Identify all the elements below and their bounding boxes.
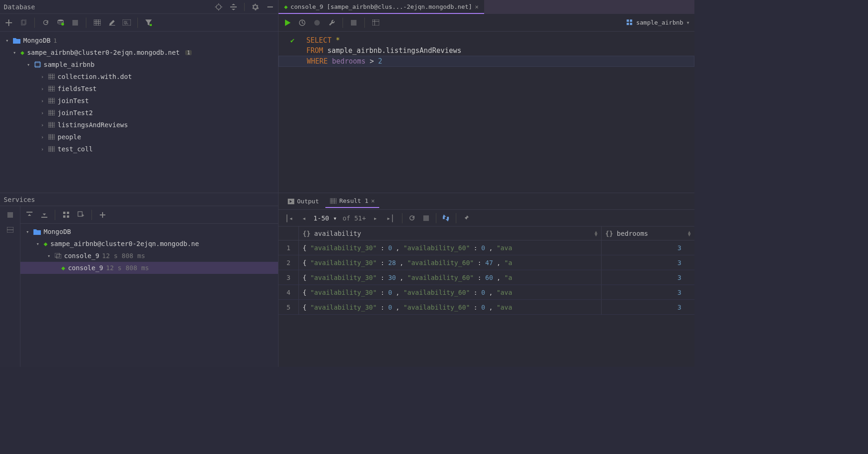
wrench-icon[interactable]	[328, 19, 336, 27]
close-icon[interactable]: ✕	[475, 3, 479, 10]
tree-label: MongoDB	[44, 228, 71, 235]
cell-availability[interactable]: {"availability_30": 0, "availability_60"…	[299, 300, 602, 314]
settings-icon[interactable]	[251, 3, 259, 11]
sort-icon[interactable]: ▲▼	[595, 231, 597, 236]
grid-icon[interactable]	[62, 211, 70, 219]
editor-panel: ◆ console_9 [sampe_airbnb@clus...-2ejqn.…	[279, 0, 694, 193]
rollback-icon[interactable]	[313, 19, 321, 27]
run-icon[interactable]	[283, 19, 291, 27]
table-row[interactable]: 4{"availability_30": 0, "availability_60…	[279, 285, 694, 300]
first-page-icon[interactable]: ⎮◂	[283, 214, 295, 222]
svg-rect-67	[630, 19, 632, 22]
filter-stack-icon[interactable]	[56, 19, 65, 27]
sort-icon[interactable]: ▲▼	[688, 231, 691, 236]
reload-icon[interactable]	[408, 214, 416, 222]
cell-availability[interactable]: {"availability_30": 28, "availability_60…	[299, 255, 602, 270]
table-row[interactable]: 2{"availability_30": 28, "availability_6…	[279, 255, 694, 270]
table-view-icon[interactable]	[93, 19, 101, 27]
tree-root-mongodb[interactable]: ▾ MongoDB 1	[0, 34, 278, 46]
services-console-group[interactable]: ▾ console_9 12 s 808 ms	[20, 250, 278, 262]
tab-result[interactable]: Result 1 ✕	[325, 195, 379, 208]
table-row[interactable]: 1{"availability_30": 0, "availability_60…	[279, 240, 694, 255]
collapse-icon[interactable]	[229, 3, 238, 11]
table-row[interactable]: 5{"availability_30": 0, "availability_60…	[279, 300, 694, 315]
cell-availability[interactable]: {"availability_30": 30, "availability_60…	[299, 270, 602, 285]
column-label: bedrooms	[617, 230, 648, 237]
tree-collection[interactable]: ›joinTest	[0, 95, 278, 107]
last-page-icon[interactable]: ▸⎮	[385, 214, 396, 222]
cell-bedrooms[interactable]: 3	[602, 300, 694, 314]
svg-rect-6	[267, 6, 273, 7]
stop-icon[interactable]	[71, 19, 79, 27]
page-range[interactable]: 1-50 ▾	[313, 214, 337, 222]
add-icon[interactable]	[98, 211, 107, 219]
database-tree[interactable]: ▾ MongoDB 1 ▾ ◆ sampe_airbnb@cluster0-2e…	[0, 32, 278, 193]
tree-collection[interactable]: ›joinTest2	[0, 107, 278, 119]
next-page-icon[interactable]: ▸	[371, 214, 379, 222]
braces-icon: {}	[605, 230, 613, 237]
sql-icon[interactable]: QL	[123, 19, 131, 27]
svg-rect-45	[48, 122, 55, 128]
stop-icon[interactable]	[6, 211, 14, 219]
tree-connection[interactable]: ▾ ◆ sampe_airbnb@cluster0-2ejqn.mongodb.…	[0, 46, 278, 58]
cell-bedrooms[interactable]: 3	[602, 285, 694, 299]
stop-icon[interactable]	[422, 214, 430, 222]
database-panel: Database QL	[0, 0, 279, 193]
svg-rect-63	[372, 19, 379, 26]
svg-rect-62	[351, 20, 356, 26]
schema-icon	[627, 19, 633, 26]
target-icon[interactable]	[214, 3, 223, 11]
result-tabs: Output Result 1 ✕	[279, 193, 694, 210]
funnel-icon[interactable]	[144, 19, 153, 27]
services-connection[interactable]: ▾ ◆ sampe_airbnb@cluster0-2ejqn.mongodb.…	[20, 238, 278, 250]
editor-tab[interactable]: ◆ console_9 [sampe_airbnb@clus...-2ejqn.…	[279, 0, 484, 14]
tree-collection[interactable]: ›fieldsTest	[0, 83, 278, 95]
tree-collection[interactable]: ›test_coll	[0, 143, 278, 155]
close-icon[interactable]: ✕	[371, 197, 375, 204]
cell-bedrooms[interactable]: 3	[602, 270, 694, 285]
tree-database[interactable]: ▾ sample_airbnb	[0, 58, 278, 71]
tree-collection[interactable]: ›people	[0, 131, 278, 143]
table-icon	[48, 134, 55, 140]
cell-availability[interactable]: {"availability_30": 0, "availability_60"…	[299, 240, 602, 255]
prev-page-icon[interactable]: ◂	[300, 214, 308, 222]
copy-icon[interactable]	[19, 19, 28, 27]
tree-collection[interactable]: ›listingsAndReviews	[0, 119, 278, 131]
add-filter-icon[interactable]	[77, 211, 85, 219]
minimize-icon[interactable]	[266, 3, 274, 11]
svg-rect-85	[57, 254, 61, 259]
edit-icon[interactable]	[108, 19, 116, 27]
svg-rect-70	[7, 212, 13, 218]
schema-selector[interactable]: sample_airbnb ▾	[627, 19, 690, 26]
tree-count: 1	[53, 37, 57, 44]
star: *	[336, 36, 340, 45]
cell-bedrooms[interactable]: 3	[602, 240, 694, 255]
services-tree[interactable]: ▾ MongoDB ▾ ◆ sampe_airbnb@cluster0-2ejq…	[20, 224, 278, 367]
column-header-availability[interactable]: {} availability ▲▼	[299, 227, 602, 240]
cell-bedrooms[interactable]: 3	[602, 255, 694, 270]
tab-output[interactable]: Output	[283, 195, 324, 208]
expand-up-icon[interactable]	[25, 211, 33, 219]
services-toolbar	[20, 206, 278, 224]
add-icon[interactable]	[5, 19, 13, 27]
compare-icon[interactable]	[442, 214, 450, 222]
expand-down-icon[interactable]	[40, 211, 48, 219]
tree-label: fieldsTest	[58, 85, 97, 92]
sql-editor[interactable]: ✔ SELECT * FROM sample_airbnb.listingsAn…	[279, 32, 694, 193]
history-icon[interactable]	[298, 19, 306, 27]
tree-collection[interactable]: ›collection.with.dot	[0, 71, 278, 83]
refresh-icon[interactable]	[41, 19, 50, 27]
table-row[interactable]: 3{"availability_30": 30, "availability_6…	[279, 270, 694, 285]
svg-rect-30	[48, 86, 55, 91]
tree-label: joinTest	[58, 97, 89, 104]
output-icon	[288, 199, 294, 204]
layout-icon[interactable]	[6, 226, 14, 234]
cell-availability[interactable]: {"availability_30": 0, "availability_60"…	[299, 285, 602, 299]
explain-plan-icon[interactable]	[371, 19, 380, 27]
column-header-bedrooms[interactable]: {} bedrooms ▲▼	[602, 227, 694, 240]
operator: >	[369, 57, 374, 65]
pin-icon[interactable]	[462, 214, 470, 222]
services-console-item[interactable]: ◆ console_9 12 s 808 ms	[20, 262, 278, 274]
stop-icon[interactable]	[350, 19, 358, 27]
services-root[interactable]: ▾ MongoDB	[20, 226, 278, 238]
